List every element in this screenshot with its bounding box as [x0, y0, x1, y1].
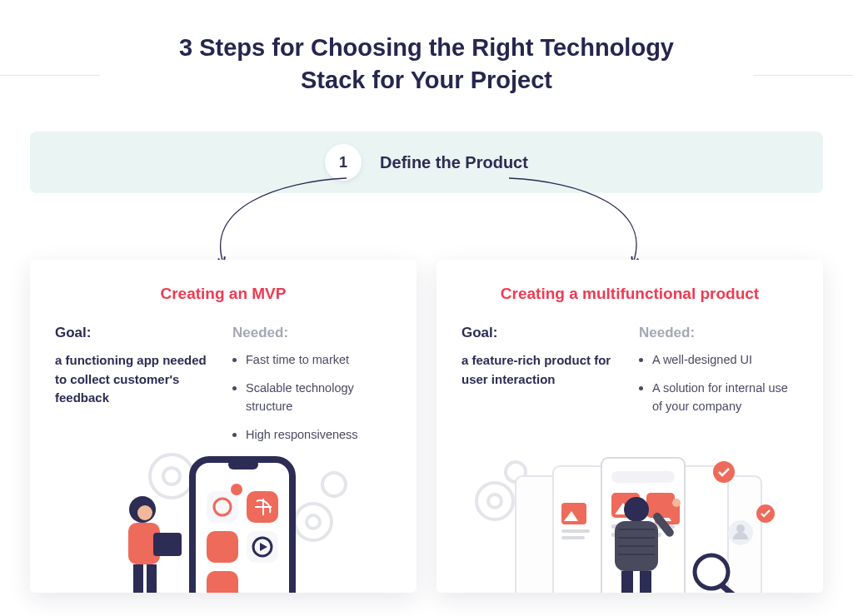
goal-label: Goal: — [55, 325, 214, 341]
step-number-badge: 1 — [325, 144, 362, 181]
goal-text: a functioning app needed to collect cust… — [55, 351, 214, 408]
needed-label: Needed: — [232, 325, 392, 341]
svg-point-2 — [295, 504, 332, 540]
list-item: Fast time to market — [232, 351, 392, 370]
svg-point-22 — [476, 483, 513, 519]
goal-label: Goal: — [461, 325, 621, 341]
divider — [0, 75, 100, 76]
svg-rect-15 — [207, 571, 238, 593]
svg-rect-57 — [640, 571, 651, 593]
needed-label: Needed: — [639, 325, 798, 341]
svg-rect-30 — [561, 503, 586, 524]
card-title: Creating an MVP — [55, 285, 392, 303]
svg-rect-33 — [561, 536, 585, 539]
svg-rect-11 — [207, 531, 238, 563]
svg-point-4 — [322, 473, 346, 496]
illustration-multifunctional — [436, 426, 820, 593]
svg-rect-21 — [147, 564, 157, 593]
card-title: Creating a multifunctional product — [461, 285, 798, 303]
svg-point-45 — [736, 524, 745, 533]
svg-point-3 — [307, 515, 320, 529]
page-title: 3 Steps for Choosing the Right Technolog… — [177, 32, 676, 97]
svg-rect-36 — [611, 471, 675, 483]
list-item: A solution for internal use of your comp… — [639, 380, 798, 416]
needed-list: A well-designed UI A solution for intern… — [639, 351, 798, 415]
card-multifunctional: Creating a multifunctional product Goal:… — [436, 260, 823, 593]
svg-rect-7 — [207, 491, 238, 523]
svg-rect-32 — [561, 529, 590, 533]
svg-rect-19 — [153, 533, 182, 556]
svg-rect-5 — [192, 460, 292, 593]
svg-point-42 — [713, 461, 735, 483]
goal-column: Goal: a feature-rich product for user in… — [461, 325, 621, 425]
illustration-mvp — [30, 426, 413, 593]
list-item: Scalable technology structure — [232, 380, 392, 416]
list-item: A well-designed UI — [639, 351, 798, 370]
svg-point-1 — [163, 468, 180, 484]
svg-point-48 — [624, 497, 649, 522]
svg-point-0 — [150, 455, 193, 498]
svg-point-9 — [231, 484, 242, 495]
page-header: 3 Steps for Choosing the Right Technolog… — [0, 0, 853, 105]
needed-column: Needed: A well-designed UI A solution fo… — [639, 325, 798, 425]
divider — [753, 75, 853, 76]
svg-rect-39 — [646, 493, 675, 518]
goal-text: a feature-rich product for user interact… — [461, 351, 621, 389]
step-bar: 1 Define the Product — [30, 132, 823, 193]
svg-point-55 — [672, 499, 681, 507]
svg-point-17 — [137, 505, 152, 520]
step-label: Define the Product — [380, 153, 528, 172]
card-mvp: Creating an MVP Goal: a functioning app … — [30, 260, 417, 593]
cards-row: Creating an MVP Goal: a functioning app … — [30, 260, 823, 593]
svg-point-23 — [488, 494, 501, 508]
svg-rect-20 — [133, 564, 143, 593]
svg-rect-56 — [621, 571, 633, 593]
svg-rect-6 — [228, 460, 258, 469]
